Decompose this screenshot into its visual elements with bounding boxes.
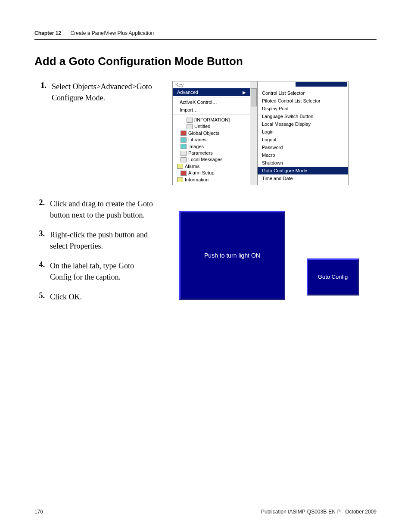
menu-item-advanced[interactable]: Advanced ▶ xyxy=(173,88,250,96)
step-number: 3. xyxy=(34,229,45,238)
step-item: 3. Right-click the push button and selec… xyxy=(34,229,153,252)
doc-icon xyxy=(187,124,193,129)
page-number: 176 xyxy=(34,509,43,515)
doc-icon xyxy=(187,118,193,123)
tree-item[interactable]: Libraries xyxy=(177,137,249,143)
step-item: 2. Click and drag to create the Goto but… xyxy=(34,198,153,221)
section-title: Add a Goto Configuration Mode Button xyxy=(34,55,377,68)
submenu-item[interactable]: Macro xyxy=(258,151,348,159)
step-text: Select Objects>Advanced>Goto Configure M… xyxy=(52,81,155,103)
publication-info: Publication IASIMP-QS003B-EN-P - October… xyxy=(261,509,377,515)
step-number: 4. xyxy=(34,260,45,269)
alarm-icon xyxy=(181,171,187,176)
menu-left-panel: Key Advanced ▶ ActiveX Control… Import… … xyxy=(172,81,250,185)
goto-config-button[interactable]: Goto Config xyxy=(307,258,359,296)
titlebar-fragment xyxy=(296,82,347,87)
step-text: Click OK. xyxy=(50,291,82,302)
submenu-arrow-icon: ▶ xyxy=(243,90,246,95)
tree-item[interactable]: Global Objects xyxy=(177,130,249,137)
submenu-item[interactable]: Control List Selector xyxy=(258,89,348,97)
folder-icon xyxy=(177,177,183,182)
tree-item[interactable]: Alarms xyxy=(177,163,249,170)
submenu-panel: Control List Selector Piloted Control Li… xyxy=(257,81,349,185)
tree-view: [INFORMATION] Untitled Global Objects Li… xyxy=(173,116,250,185)
tree-item[interactable]: Untitled xyxy=(177,123,249,130)
submenu-item[interactable]: Shutdown xyxy=(258,159,348,167)
step-item: 1. Select Objects>Advanced>Goto Configur… xyxy=(36,81,155,103)
tree-item[interactable]: Images xyxy=(177,143,249,150)
menu-item-import[interactable]: Import… xyxy=(173,106,250,114)
menu-figure: Key Advanced ▶ ActiveX Control… Import… … xyxy=(172,81,349,185)
step-item: 5. Click OK. xyxy=(34,291,153,302)
folder-icon xyxy=(181,137,187,143)
scroll-thumb[interactable] xyxy=(251,88,257,106)
submenu-item[interactable]: Language Switch Button xyxy=(258,112,348,120)
button-figure: Push to turn light ON Goto Config xyxy=(179,211,359,300)
submenu-item[interactable]: Password xyxy=(258,143,348,151)
submenu-item[interactable]: Login xyxy=(258,128,348,136)
menu-separator xyxy=(173,115,250,115)
menu-item-label: Advanced xyxy=(177,90,198,95)
doc-icon xyxy=(181,151,187,156)
tree-item[interactable]: Local Messages xyxy=(177,156,249,163)
submenu-item-goto-configure[interactable]: Goto Configure Mode xyxy=(258,167,348,174)
menu-separator xyxy=(173,97,250,97)
step-item: 4. On the label tab, type Goto Config fo… xyxy=(34,260,153,283)
menu-top-truncated: Key xyxy=(173,81,250,88)
folder-icon xyxy=(181,131,187,136)
step-number: 5. xyxy=(34,291,45,300)
submenu-item[interactable]: Piloted Control List Selector xyxy=(258,97,348,105)
folder-icon xyxy=(177,164,183,169)
chapter-label: Chapter 12 xyxy=(34,30,61,36)
submenu-item[interactable]: Display Print xyxy=(258,105,348,112)
tree-item[interactable]: [INFORMATION] xyxy=(177,117,249,123)
step-text: On the label tab, type Goto Config for t… xyxy=(50,260,153,283)
header-rule xyxy=(34,39,377,40)
menu-item-activex[interactable]: ActiveX Control… xyxy=(173,98,250,106)
goto-button-label: Goto Config xyxy=(318,274,348,280)
tree-item[interactable]: Information xyxy=(177,177,249,183)
folder-icon xyxy=(181,144,187,149)
chapter-title: Create a PanelView Plus Application xyxy=(70,30,154,36)
submenu-item[interactable]: Logout xyxy=(258,136,348,143)
step-text: Right-click the push button and select P… xyxy=(50,229,153,252)
doc-icon xyxy=(181,157,187,162)
push-button-label: Push to turn light ON xyxy=(204,252,260,259)
submenu-item[interactable]: Time and Date xyxy=(258,174,348,182)
push-button[interactable]: Push to turn light ON xyxy=(179,211,285,300)
tree-item[interactable]: Alarm Setup xyxy=(177,170,249,176)
page-header: Chapter 12 Create a PanelView Plus Appli… xyxy=(34,30,377,36)
tree-item[interactable]: Parameters xyxy=(177,150,249,156)
submenu-item[interactable]: Local Message Display xyxy=(258,120,348,128)
page-footer: 176 Publication IASIMP-QS003B-EN-P - Oct… xyxy=(34,509,377,515)
scrollbar[interactable] xyxy=(250,81,257,185)
step-text: Click and drag to create the Goto button… xyxy=(50,198,153,221)
step-number: 2. xyxy=(34,198,45,207)
step-number: 1. xyxy=(36,81,47,90)
